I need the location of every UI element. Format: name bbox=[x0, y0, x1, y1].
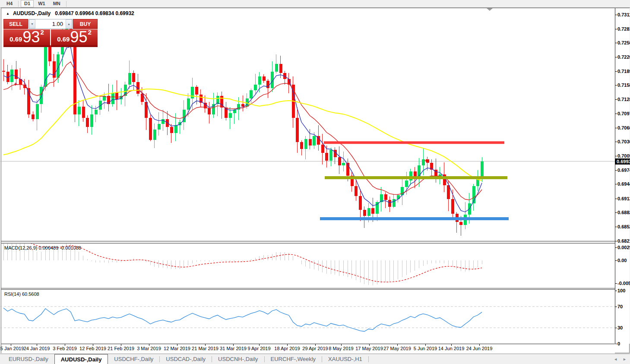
price-tick-label: 0.68210 bbox=[617, 238, 630, 244]
axis-tick bbox=[615, 57, 617, 57]
axis-tick bbox=[615, 128, 617, 128]
macd-tick-label: 0.002984 bbox=[617, 245, 630, 250]
timeframe-d1[interactable]: D1 bbox=[21, 0, 34, 7]
date-label: 17 May 2019 bbox=[355, 346, 383, 351]
price-tick-label: 0.69745 bbox=[617, 168, 630, 173]
axis-tick bbox=[615, 241, 617, 241]
tab-separator bbox=[368, 356, 369, 362]
date-label: 24 Jan 2019 bbox=[24, 346, 50, 351]
collapse-panel-icon[interactable]: ▲ bbox=[6, 12, 9, 16]
sell-price-pip: 2 bbox=[40, 28, 44, 36]
date-label: 24 Jun 2019 bbox=[466, 346, 493, 351]
tabs-scroll-left-icon[interactable]: ◄ bbox=[614, 357, 617, 361]
axis-tick bbox=[615, 99, 617, 100]
axis-tick bbox=[615, 15, 617, 15]
price-tick-label: 0.68825 bbox=[617, 210, 630, 215]
date-label: 9 Apr 2019 bbox=[247, 346, 270, 351]
buy-button[interactable]: BUY bbox=[73, 19, 98, 29]
price-tick-label: 0.70050 bbox=[617, 153, 630, 158]
buy-price-prefix: 0.69 bbox=[57, 35, 70, 43]
rsi-tick-label: 100 bbox=[617, 288, 625, 293]
date-label: 21 Mar 2019 bbox=[192, 346, 218, 351]
tab-xauusd-h1[interactable]: XAUUSD-,H1 bbox=[322, 354, 368, 364]
volume-spinner: ▼ 1.00 ▲ bbox=[28, 19, 73, 29]
pane-splitter[interactable] bbox=[1, 288, 615, 290]
date-label: 15 Jan 2019 bbox=[0, 346, 24, 351]
rsi-tick-label: 30 bbox=[617, 325, 623, 330]
axis-tick bbox=[615, 247, 617, 248]
price-tick-label: 0.69440 bbox=[617, 181, 630, 187]
price-tick-label: 0.70360 bbox=[617, 139, 630, 144]
tab-usdcad-daily[interactable]: USDCAD-,Daily bbox=[160, 354, 212, 364]
chart-symbol-label: AUDUSD-,Daily bbox=[13, 10, 51, 16]
price-tick-label: 0.71890 bbox=[617, 69, 630, 74]
date-label: 31 Mar 2019 bbox=[220, 346, 247, 351]
current-price-tag: 0.69932 bbox=[615, 158, 630, 165]
tab-usdchf-daily[interactable]: USDCHF-,Daily bbox=[108, 354, 159, 364]
tab-eurchf-weekly[interactable]: EURCHF-,Weekly bbox=[265, 354, 322, 364]
date-label: 18 Apr 2019 bbox=[274, 346, 300, 351]
date-label: 5 Jun 2019 bbox=[414, 346, 437, 351]
price-tick-label: 0.73115 bbox=[617, 12, 630, 17]
timeframe-mn[interactable]: MN bbox=[50, 0, 64, 7]
price-tick-label: 0.69130 bbox=[617, 196, 630, 201]
price-tick-label: 0.71280 bbox=[617, 97, 630, 102]
timeframe-h4[interactable]: H4 bbox=[3, 0, 16, 7]
price-tick-label: 0.72810 bbox=[617, 26, 630, 32]
volume-increase-icon[interactable]: ▲ bbox=[66, 19, 72, 28]
date-label: 3 Mar 2019 bbox=[137, 346, 161, 351]
price-tick-label: 0.70665 bbox=[617, 125, 630, 130]
rsi-tick-label: 0 bbox=[617, 341, 620, 346]
timeframe-w1[interactable]: W1 bbox=[35, 0, 49, 7]
macd-pane[interactable] bbox=[0, 244, 615, 288]
price-tick-label: 0.70970 bbox=[617, 111, 630, 116]
date-label: 12 Mar 2019 bbox=[164, 346, 190, 351]
timeframe-toolbar: H4 D1 W1 MN bbox=[0, 0, 630, 8]
sell-button[interactable]: SELL bbox=[3, 19, 28, 29]
axis-tick bbox=[615, 344, 617, 344]
axis-tick bbox=[615, 199, 617, 199]
date-axis[interactable]: 15 Jan 201924 Jan 20193 Feb 201912 Feb 2… bbox=[1, 344, 615, 353]
toolbar-separator bbox=[66, 1, 66, 7]
date-label: 14 Jun 2019 bbox=[438, 346, 465, 351]
macd-tick-label: 0.00 bbox=[617, 258, 627, 263]
candlestick-series bbox=[2, 21, 484, 236]
axis-tick bbox=[615, 227, 617, 227]
tab-usdcnh-daily[interactable]: USDCNH-,Daily bbox=[212, 354, 264, 364]
sell-price-prefix: 0.69 bbox=[9, 35, 22, 43]
axis-tick bbox=[615, 114, 617, 114]
buy-price-button[interactable]: 0.69 95 2 bbox=[51, 29, 98, 47]
toolbar-separator bbox=[18, 1, 19, 7]
axis-tick bbox=[615, 184, 617, 184]
axis-tick bbox=[615, 283, 617, 284]
date-label: 21 Feb 2019 bbox=[108, 346, 134, 351]
volume-decrease-icon[interactable]: ▼ bbox=[29, 19, 35, 28]
axis-tick bbox=[615, 29, 617, 29]
date-label: 12 Feb 2019 bbox=[79, 346, 106, 351]
date-label: 8 May 2019 bbox=[329, 346, 353, 351]
chart-title: ▲ AUDUSD-,Daily 0.69847 0.69964 0.69834 … bbox=[6, 10, 134, 16]
tab-audusd-daily[interactable]: AUDUSD-,Daily bbox=[54, 354, 108, 364]
price-axis[interactable]: 0.731150.728100.725050.722000.718900.715… bbox=[615, 8, 630, 344]
tabs-scroll-right-icon[interactable]: ► bbox=[623, 357, 627, 361]
axis-tick bbox=[615, 71, 617, 72]
buy-price-big: 95 bbox=[70, 30, 87, 44]
sell-price-big: 93 bbox=[22, 30, 40, 44]
symbol-tab-bar: EURUSD-,Daily AUDUSD-,Daily USDCHF-,Dail… bbox=[0, 354, 630, 364]
chart-shift-marker-icon[interactable] bbox=[487, 8, 493, 11]
axis-tick bbox=[615, 307, 617, 307]
tab-eurusd-daily[interactable]: EURUSD-,Daily bbox=[3, 354, 54, 364]
sell-price-button[interactable]: 0.69 93 2 bbox=[3, 29, 50, 47]
trade-marker-icon: + bbox=[424, 157, 428, 164]
rsi-tick-label: 70 bbox=[617, 304, 623, 309]
rsi-pane[interactable] bbox=[0, 290, 615, 344]
volume-input[interactable]: 1.00 bbox=[35, 19, 66, 28]
one-click-trading-panel: SELL ▼ 1.00 ▲ BUY 0.69 93 2 0.69 95 2 bbox=[3, 19, 98, 47]
buy-price-pip: 2 bbox=[88, 28, 91, 36]
date-label: 3 Feb 2019 bbox=[53, 346, 77, 351]
axis-tick bbox=[615, 328, 617, 328]
pane-splitter[interactable] bbox=[1, 241, 615, 244]
axis-tick bbox=[615, 85, 617, 85]
axis-tick bbox=[615, 142, 617, 142]
axis-tick bbox=[615, 43, 617, 43]
